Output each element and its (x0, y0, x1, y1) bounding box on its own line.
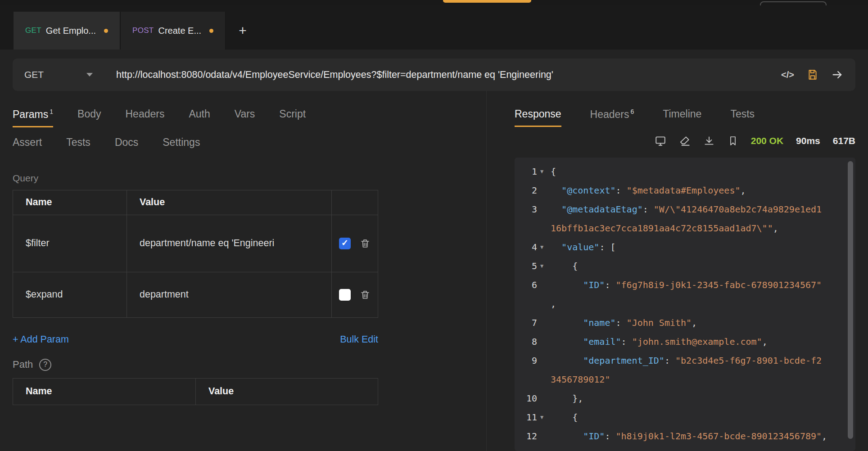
line-number: 6 (515, 275, 537, 294)
method-select[interactable]: GET (24, 69, 93, 80)
save-icon[interactable] (807, 69, 818, 81)
add-param-link[interactable]: + Add Param (13, 334, 69, 345)
status-code-badge: 200 OK (751, 135, 783, 146)
bookmark-icon[interactable] (728, 135, 738, 147)
scrollbar[interactable] (848, 161, 853, 447)
tab-tests[interactable]: Tests (66, 136, 90, 154)
preview-icon[interactable] (655, 135, 666, 147)
code-line: 3456789012" (515, 370, 855, 389)
param-value-cell[interactable]: department (127, 272, 332, 317)
param-name-cell[interactable]: $filter (13, 215, 127, 272)
fold-spacer (537, 313, 551, 332)
column-header-value: Value (196, 379, 378, 405)
send-icon[interactable] (831, 68, 844, 81)
code-text: { (551, 408, 578, 427)
line-number: 8 (515, 332, 537, 351)
line-number: 2 (515, 181, 537, 200)
tab-get-employees[interactable]: GET Get Emplo... (14, 12, 121, 50)
code-snippet-icon[interactable]: </> (781, 70, 794, 80)
tab-docs[interactable]: Docs (115, 136, 138, 154)
url-row: GET http://localhost:8080/odata/v4/Emplo… (13, 59, 855, 91)
tab-vars[interactable]: Vars (235, 108, 255, 127)
query-params-table: Name Value $filter department/name eq 'E… (13, 190, 378, 318)
tab-title: Get Emplo... (46, 26, 96, 36)
download-icon[interactable] (703, 135, 715, 147)
param-name-cell[interactable]: $expand (13, 272, 127, 317)
clear-response-icon[interactable] (679, 135, 691, 147)
top-right-control (760, 1, 827, 5)
fold-spacer (537, 389, 551, 408)
code-text: "ID": "h8i9j0k1-l2m3-4567-bcde-890123456… (551, 427, 827, 446)
code-text: }, (551, 389, 583, 408)
fold-spacer (537, 181, 551, 200)
fold-spacer (537, 294, 551, 313)
tab-method-label: GET (25, 26, 41, 35)
trash-icon[interactable] (360, 238, 371, 249)
trash-icon[interactable] (360, 289, 371, 301)
line-number (515, 294, 537, 313)
line-number: 11 (515, 408, 537, 427)
column-header-name: Name (13, 379, 196, 405)
code-text: { (551, 162, 556, 181)
response-body-viewer: 1▼{2 "@context": "$metadata#Employees",3… (515, 158, 855, 451)
response-tabs: Response Headers6 Timeline Tests (515, 108, 855, 127)
param-enabled-checkbox[interactable] (339, 289, 351, 301)
code-line: 5▼ { (515, 257, 855, 275)
tab-response[interactable]: Response (515, 108, 561, 127)
tab-method-label: POST (132, 26, 154, 35)
code-line: 11▼ { (515, 408, 855, 427)
tab-title: Create E... (158, 26, 202, 36)
bulk-edit-link[interactable]: Bulk Edit (340, 334, 378, 345)
table-row: $expand department (13, 272, 378, 317)
code-line: 9 "department_ID": "b2c3d4e5-f6g7-8901-b… (515, 351, 855, 370)
scrollbar-thumb[interactable] (848, 161, 853, 439)
code-line: , (515, 294, 855, 313)
fold-toggle-icon[interactable]: ▼ (537, 162, 551, 181)
line-number: 1 (515, 162, 537, 181)
table-header-row: Name Value (13, 379, 378, 405)
tab-body[interactable]: Body (77, 108, 101, 127)
new-tab-button[interactable]: + (226, 12, 259, 50)
tab-params[interactable]: Params1 (13, 108, 53, 127)
code-text: 16bffb1ac3ec7cca1891aa4c72c8155aad1ad7\"… (551, 219, 778, 238)
url-input[interactable]: http://localhost:8080/odata/v4/EmployeeS… (116, 69, 772, 81)
tab-settings[interactable]: Settings (163, 136, 200, 154)
tab-timeline[interactable]: Timeline (663, 108, 701, 127)
fold-toggle-icon[interactable]: ▼ (537, 408, 551, 427)
tab-headers[interactable]: Headers (125, 108, 164, 127)
method-select-value: GET (24, 69, 44, 80)
line-number: 12 (515, 427, 537, 446)
request-tabs-row1: Params1 Body Headers Auth Vars Script (13, 108, 486, 127)
code-line: 7 "name": "John Smith", (515, 313, 855, 332)
code-text: "department_ID": "b2c3d4e5-f6g7-8901-bcd… (551, 351, 822, 370)
line-number: 9 (515, 351, 537, 370)
fold-toggle-icon[interactable]: ▼ (537, 257, 551, 275)
path-section-label: Path (13, 359, 33, 370)
line-number (515, 219, 537, 238)
tab-create-employee[interactable]: POST Create E... (121, 12, 226, 50)
code-text: 3456789012" (551, 370, 610, 389)
tab-assert[interactable]: Assert (13, 136, 42, 154)
tab-auth[interactable]: Auth (189, 108, 210, 127)
code-line: 12 "ID": "h8i9j0k1-l2m3-4567-bcde-890123… (515, 427, 855, 446)
param-value-cell[interactable]: department/name eq 'Engineeri (127, 215, 332, 272)
fold-spacer (537, 275, 551, 294)
code-line: 16bffb1ac3ec7cca1891aa4c72c8155aad1ad7\"… (515, 219, 855, 238)
line-number (515, 370, 537, 389)
fold-spacer (537, 351, 551, 370)
help-icon[interactable]: ? (39, 359, 51, 371)
fold-spacer (537, 332, 551, 351)
code-text: { (551, 257, 578, 275)
code-text: "value": [ (551, 238, 616, 257)
tab-tests[interactable]: Tests (730, 108, 755, 127)
query-table-actions: + Add Param Bulk Edit (13, 334, 378, 345)
tab-response-headers[interactable]: Headers6 (590, 108, 634, 127)
column-header-actions (332, 190, 378, 215)
code-text: "email": "john.smith@example.com", (551, 332, 768, 351)
param-enabled-checkbox[interactable] (339, 238, 351, 249)
fold-toggle-icon[interactable]: ▼ (537, 238, 551, 257)
tab-script[interactable]: Script (279, 108, 306, 127)
line-number: 7 (515, 313, 537, 332)
main-split: Params1 Body Headers Auth Vars Script As… (0, 91, 868, 451)
line-number: 4 (515, 238, 537, 257)
